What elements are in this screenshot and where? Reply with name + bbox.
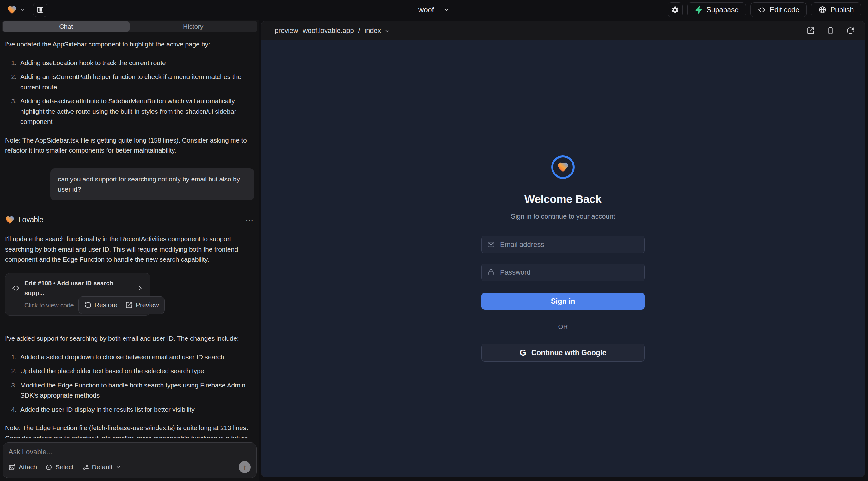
preview-page: index — [365, 27, 381, 35]
lock-icon — [487, 268, 495, 276]
publish-label: Publish — [830, 6, 854, 14]
lovable-heart-icon — [5, 215, 14, 225]
assistant-list: Adding useLocation hook to track the cur… — [18, 58, 254, 127]
supabase-label: Supabase — [707, 6, 739, 14]
target-icon — [45, 463, 53, 471]
code-icon — [758, 6, 766, 14]
project-switcher[interactable]: woof — [418, 0, 450, 20]
list-item: Adding data-active attribute to SidebarM… — [18, 96, 254, 127]
or-divider: OR — [482, 323, 645, 330]
sliders-icon — [82, 463, 89, 471]
path-separator: / — [359, 27, 360, 35]
select-button[interactable]: Select — [45, 463, 73, 471]
panel-left-icon — [36, 6, 44, 13]
chevron-right-icon — [137, 285, 144, 292]
preview-header: preview--woof.lovable.app / index — [261, 21, 865, 40]
tab-history[interactable]: History — [130, 22, 257, 32]
edit-code-button[interactable]: Edit code — [750, 2, 807, 18]
password-field[interactable] — [482, 263, 645, 281]
google-signin-button[interactable]: G Continue with Google — [482, 344, 645, 361]
preview-button[interactable]: Preview — [125, 300, 159, 310]
sidebar-toggle-button[interactable] — [33, 3, 48, 17]
login-title: Welcome Back — [524, 193, 601, 205]
chevron-down-icon — [115, 464, 121, 470]
chat-history-tabs: Chat History — [2, 21, 257, 32]
chat-input[interactable] — [8, 448, 251, 461]
app-logo — [551, 156, 575, 179]
list-item: Added a select dropdown to choose betwee… — [18, 352, 254, 362]
assistant-note: Note: The Edge Function file (fetch-fire… — [5, 423, 254, 438]
supabase-button[interactable]: Supabase — [687, 2, 746, 18]
list-item: Adding an isCurrentPath helper function … — [18, 72, 254, 92]
code-icon — [12, 284, 20, 292]
globe-icon — [818, 6, 827, 14]
list-item: Added the user ID display in the results… — [18, 405, 254, 415]
send-button[interactable]: ↑ — [239, 461, 251, 473]
lovable-heart-icon — [557, 161, 569, 173]
assistant-paragraph: I'll update the search functionality in … — [5, 234, 254, 265]
assistant-header: Lovable ⋯ — [5, 214, 254, 226]
chevron-down-icon — [384, 28, 390, 34]
project-name: woof — [418, 5, 434, 14]
composer: Attach Select Default ↑ — [3, 443, 257, 478]
image-plus-icon — [8, 463, 16, 471]
edit-card-title: Edit #108 • Add user ID search supp... — [24, 279, 132, 298]
google-label: Continue with Google — [531, 349, 607, 357]
google-icon: G — [520, 348, 526, 358]
tab-chat[interactable]: Chat — [3, 22, 130, 32]
topbar: woof Supabase Edit code Publish — [0, 0, 868, 20]
or-label: OR — [558, 323, 568, 330]
restore-button[interactable]: Restore — [84, 300, 117, 310]
mobile-view-icon[interactable] — [827, 27, 835, 35]
restore-icon — [84, 301, 92, 309]
external-link-icon — [125, 301, 133, 309]
edit-code-label: Edit code — [770, 6, 799, 14]
assistant-note: Note: The AppSidebar.tsx file is getting… — [5, 135, 254, 156]
chevron-down-icon — [443, 6, 450, 13]
preview-domain: preview--woof.lovable.app — [275, 27, 354, 35]
gear-icon — [671, 6, 679, 14]
list-item: Modified the Edge Function to handle bot… — [18, 380, 254, 401]
chevron-down-icon — [20, 7, 25, 13]
assistant-paragraph: I've added support for searching by both… — [5, 333, 254, 344]
lovable-heart-icon — [7, 5, 17, 15]
lovable-logo-menu[interactable] — [7, 5, 25, 15]
login-subtitle: Sign in to continue to your account — [511, 212, 615, 221]
signin-button[interactable]: Sign in — [482, 293, 645, 310]
open-in-new-tab-icon[interactable] — [807, 27, 814, 35]
publish-button[interactable]: Publish — [811, 2, 861, 18]
app-preview: Welcome Back Sign in to continue to your… — [261, 40, 865, 477]
email-field[interactable] — [482, 236, 645, 253]
assistant-list: Added a select dropdown to choose betwee… — [18, 352, 254, 415]
supabase-icon — [694, 6, 703, 14]
list-item: Adding useLocation hook to track the cur… — [18, 58, 254, 68]
assistant-name: Lovable — [18, 214, 43, 226]
attach-button[interactable]: Attach — [8, 463, 37, 471]
login-card: Welcome Back Sign in to continue to your… — [482, 156, 645, 361]
user-message: can you add support for searching not on… — [50, 168, 254, 200]
preview-url-dropdown[interactable]: preview--woof.lovable.app / index — [275, 27, 390, 35]
refresh-icon[interactable] — [846, 27, 855, 35]
chat-panel: Chat History I've updated the AppSidebar… — [0, 20, 259, 481]
list-item: Updated the placeholder text based on th… — [18, 366, 254, 376]
mail-icon — [487, 241, 495, 248]
assistant-paragraph: I've updated the AppSidebar component to… — [5, 39, 254, 50]
mode-dropdown[interactable]: Default — [82, 463, 121, 471]
message-menu-icon[interactable]: ⋯ — [245, 214, 254, 226]
edit-card-toolbar: Restore Preview — [79, 296, 165, 314]
settings-button[interactable] — [668, 2, 683, 18]
chat-messages[interactable]: I've updated the AppSidebar component to… — [0, 32, 259, 438]
preview-panel: preview--woof.lovable.app / index — [261, 21, 865, 477]
